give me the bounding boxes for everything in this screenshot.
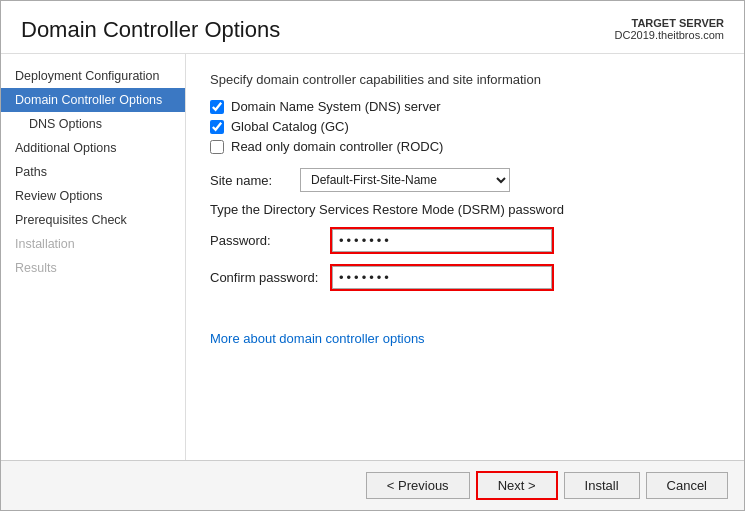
sidebar-item-results: Results — [1, 256, 185, 280]
checkbox-row-global-catalog: Global Catalog (GC) — [210, 119, 720, 134]
server-label: TARGET SERVER — [615, 17, 724, 29]
checkbox-dns-server[interactable] — [210, 100, 224, 114]
section-description: Specify domain controller capabilities a… — [210, 72, 720, 87]
password-label: Password: — [210, 233, 330, 248]
cancel-button[interactable]: Cancel — [646, 472, 728, 499]
sidebar-item-installation: Installation — [1, 232, 185, 256]
checkbox-global-catalog[interactable] — [210, 120, 224, 134]
confirm-password-input-wrapper — [330, 264, 554, 291]
confirm-password-row: Confirm password: — [210, 264, 720, 291]
page-title: Domain Controller Options — [21, 17, 280, 43]
body: Deployment ConfigurationDomain Controlle… — [1, 54, 744, 460]
sidebar-item-dns-options[interactable]: DNS Options — [1, 112, 185, 136]
site-name-select[interactable]: Default-First-Site-Name — [300, 168, 510, 192]
sidebar-item-prerequisites-check[interactable]: Prerequisites Check — [1, 208, 185, 232]
sidebar: Deployment ConfigurationDomain Controlle… — [1, 54, 186, 460]
checkbox-row-dns-server: Domain Name System (DNS) server — [210, 99, 720, 114]
password-input[interactable] — [332, 229, 552, 252]
sidebar-item-domain-controller-options[interactable]: Domain Controller Options — [1, 88, 185, 112]
sidebar-item-paths[interactable]: Paths — [1, 160, 185, 184]
content-area: Specify domain controller capabilities a… — [186, 54, 744, 460]
confirm-password-label: Confirm password: — [210, 270, 330, 285]
more-link[interactable]: More about domain controller options — [210, 331, 425, 346]
password-input-wrapper — [330, 227, 554, 254]
main-window: Domain Controller Options TARGET SERVER … — [0, 0, 745, 511]
site-name-row: Site name: Default-First-Site-Name — [210, 168, 720, 192]
checkbox-label-rodc: Read only domain controller (RODC) — [231, 139, 443, 154]
checkbox-rodc[interactable] — [210, 140, 224, 154]
sidebar-item-review-options[interactable]: Review Options — [1, 184, 185, 208]
dsrm-heading: Type the Directory Services Restore Mode… — [210, 202, 720, 217]
sidebar-item-additional-options[interactable]: Additional Options — [1, 136, 185, 160]
install-button[interactable]: Install — [564, 472, 640, 499]
next-button[interactable]: Next > — [476, 471, 558, 500]
sidebar-item-deployment-configuration[interactable]: Deployment Configuration — [1, 64, 185, 88]
header: Domain Controller Options TARGET SERVER … — [1, 1, 744, 54]
footer: < Previous Next > Install Cancel — [1, 460, 744, 510]
confirm-password-input[interactable] — [332, 266, 552, 289]
site-name-label: Site name: — [210, 173, 300, 188]
previous-button[interactable]: < Previous — [366, 472, 470, 499]
checkbox-row-rodc: Read only domain controller (RODC) — [210, 139, 720, 154]
password-row: Password: — [210, 227, 720, 254]
server-name: DC2019.theitbros.com — [615, 29, 724, 41]
server-info: TARGET SERVER DC2019.theitbros.com — [615, 17, 724, 41]
capabilities-group: Domain Name System (DNS) serverGlobal Ca… — [210, 99, 720, 154]
checkbox-label-dns-server: Domain Name System (DNS) server — [231, 99, 441, 114]
checkbox-label-global-catalog: Global Catalog (GC) — [231, 119, 349, 134]
